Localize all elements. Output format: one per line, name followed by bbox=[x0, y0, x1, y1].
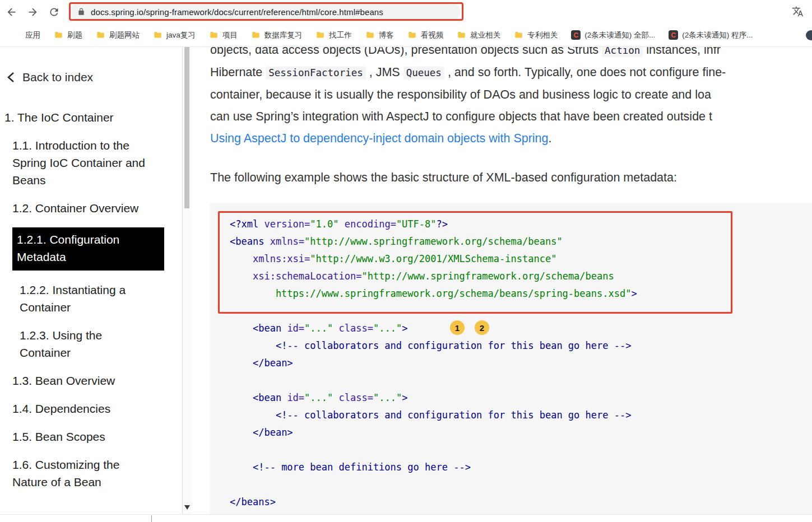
toc-item[interactable]: 1.2.2. Instantiating a Container bbox=[20, 281, 156, 316]
code-token-tag: > bbox=[402, 323, 407, 334]
folder-icon bbox=[514, 31, 523, 40]
bookmark-item[interactable]: java复习 bbox=[146, 27, 202, 43]
paragraph-line: Using AspectJ to dependency-inject domai… bbox=[210, 128, 812, 150]
toc-item[interactable]: 1. The IoC Container bbox=[4, 109, 141, 126]
callout-badge: 1 bbox=[450, 320, 465, 335]
toc-item[interactable]: 1.5. Bean Scopes bbox=[12, 428, 149, 445]
bookmark-item[interactable]: 专利相关 bbox=[507, 27, 564, 43]
bookmark-item[interactable]: C(2条未读通知) 全部... bbox=[564, 27, 662, 43]
bookmark-item[interactable]: C(2条未读通知) 程序... bbox=[662, 27, 759, 43]
code-line: <?xml version="1.0" encoding="UTF-8"?> bbox=[230, 216, 812, 233]
bookmarks-bar: 应用刷题刷题网站java复习项目数据库复习找工作博客看视频就业相关专利相关C(2… bbox=[0, 24, 812, 47]
code-line: <bean id="..." class="..."> bbox=[230, 389, 812, 407]
callout-badge: 2 bbox=[475, 320, 489, 335]
example-lead-text: The following example shows the basic st… bbox=[210, 167, 812, 189]
toc-item[interactable]: 1.3. Bean Overview bbox=[12, 372, 149, 389]
code-token-pln bbox=[339, 218, 345, 230]
bottom-scrollbar-strip bbox=[0, 514, 812, 522]
bookmark-label: (2条未读通知) 全部... bbox=[584, 30, 655, 40]
code-token-val: "..." bbox=[373, 323, 402, 334]
bookmark-item[interactable]: 看视频 bbox=[401, 27, 451, 43]
toc-item[interactable]: 1.2.3. Using the Container bbox=[20, 327, 156, 361]
folder-icon bbox=[209, 31, 219, 40]
bookmark-item[interactable]: 刷题网站 bbox=[89, 27, 146, 43]
doc-content: objects, data access objects (DAOs), pre… bbox=[191, 47, 812, 522]
address-bar[interactable]: docs.spring.io/spring-framework/docs/cur… bbox=[69, 3, 461, 20]
code-token-attr: xmlns:xsi= bbox=[253, 253, 310, 264]
bookmark-item[interactable]: 刷题 bbox=[47, 27, 89, 43]
code-token-val: "UTF-8" bbox=[396, 218, 437, 230]
paragraph-line: container, because it is usually the res… bbox=[210, 84, 812, 106]
bookmark-item[interactable]: 找工作 bbox=[309, 27, 359, 43]
code-token-val: https://www.springframework.org/schema/b… bbox=[230, 288, 631, 299]
doc-link[interactable]: Using AspectJ to dependency-inject domai… bbox=[210, 132, 549, 145]
code-token-tag: </beans> bbox=[230, 496, 276, 507]
back-button[interactable] bbox=[2, 2, 21, 21]
bookmark-item[interactable]: 应用 bbox=[7, 27, 47, 43]
inline-code: Queues bbox=[403, 67, 444, 80]
code-token-pln bbox=[230, 427, 253, 438]
code-line: xsi:schemaLocation="http://www.springfra… bbox=[230, 268, 812, 285]
bookmark-item[interactable]: 博客 bbox=[359, 27, 401, 43]
bookmark-label: (2条未读通知) 程序... bbox=[682, 30, 753, 40]
code-line: <!-- collaborators and configuration for… bbox=[230, 407, 812, 424]
sidebar-scrollbar[interactable] bbox=[183, 47, 191, 522]
bookmark-label: java复习 bbox=[166, 30, 196, 40]
toc-item-selected[interactable]: 1.2.1. Configuration Metadata bbox=[12, 227, 164, 271]
bookmark-item[interactable]: 就业相关 bbox=[450, 27, 507, 43]
code-line: </beans> bbox=[230, 493, 812, 511]
forward-button[interactable] bbox=[23, 2, 43, 21]
toc-item[interactable]: 1.6. Customizing the Nature of a Bean bbox=[12, 456, 149, 491]
paragraph-line: Hibernate SessionFactories , JMS Queues … bbox=[210, 62, 812, 84]
back-to-index-link[interactable]: Back to index bbox=[0, 71, 182, 84]
bookmark-label: 刷题 bbox=[67, 30, 82, 40]
refresh-button[interactable] bbox=[44, 2, 64, 21]
folder-icon bbox=[251, 31, 261, 40]
code-line bbox=[230, 476, 812, 493]
refresh-icon bbox=[48, 6, 60, 18]
code-line: xmlns:xsi="http://www.w3.org/2001/XMLSch… bbox=[230, 250, 812, 268]
folder-icon bbox=[365, 31, 375, 40]
code-token-pln bbox=[230, 253, 253, 264]
triangle-down-icon bbox=[184, 505, 190, 512]
scroll-down-button[interactable] bbox=[183, 502, 191, 511]
code-token-attr: xmlns= bbox=[270, 236, 304, 247]
paragraph-text: . bbox=[549, 132, 552, 145]
apps-grid-icon bbox=[13, 31, 21, 39]
code-token-com: <!-- collaborators and configuration for… bbox=[276, 340, 632, 351]
code-line bbox=[230, 372, 812, 389]
code-token-val: "http://www.springframework.org/schema/b… bbox=[361, 271, 614, 282]
paragraph-text: objects, data access objects (DAOs), pre… bbox=[210, 47, 602, 57]
translate-icon[interactable] bbox=[792, 6, 804, 17]
csdn-icon: C bbox=[571, 30, 581, 40]
back-to-index-label: Back to index bbox=[22, 71, 93, 84]
folder-icon bbox=[407, 31, 417, 40]
code-token-tag: <bean bbox=[253, 323, 287, 334]
toc-item[interactable]: 1.2. Container Overview bbox=[12, 199, 149, 217]
bookmark-label: 项目 bbox=[222, 30, 238, 40]
code-token-tag: > bbox=[631, 288, 637, 299]
paragraph-text: can use Spring’s integration with Aspect… bbox=[210, 110, 712, 123]
toc-item[interactable]: 1.4. Dependencies bbox=[12, 400, 149, 417]
edge-favicon-icon[interactable] bbox=[806, 30, 812, 40]
code-token-pln bbox=[230, 462, 253, 473]
code-token-attr: xsi:schemaLocation= bbox=[253, 271, 361, 282]
bookmark-item[interactable]: 数据库复习 bbox=[244, 27, 309, 43]
code-token-pln bbox=[230, 357, 253, 369]
bookmark-label: 应用 bbox=[25, 30, 40, 40]
bookmark-item[interactable]: 项目 bbox=[202, 27, 244, 43]
code-line bbox=[230, 302, 812, 320]
lock-icon bbox=[77, 8, 85, 16]
code-token-pln bbox=[230, 323, 253, 334]
scrollbar-thumb[interactable] bbox=[184, 47, 189, 208]
code-token-com: <!-- more bean definitions go here --> bbox=[253, 462, 471, 473]
code-line bbox=[230, 441, 812, 459]
code-token-pln bbox=[333, 323, 338, 334]
code-token-attr: encoding= bbox=[345, 218, 396, 230]
toc-item[interactable]: 1.1. Introduction to the Spring IoC Cont… bbox=[12, 137, 149, 189]
code-token-pln bbox=[333, 392, 338, 403]
folder-icon bbox=[54, 31, 63, 40]
code-token-tag: </bean> bbox=[253, 427, 293, 438]
back-arrow-icon bbox=[6, 6, 17, 18]
code-token-attr: id= bbox=[287, 392, 304, 403]
